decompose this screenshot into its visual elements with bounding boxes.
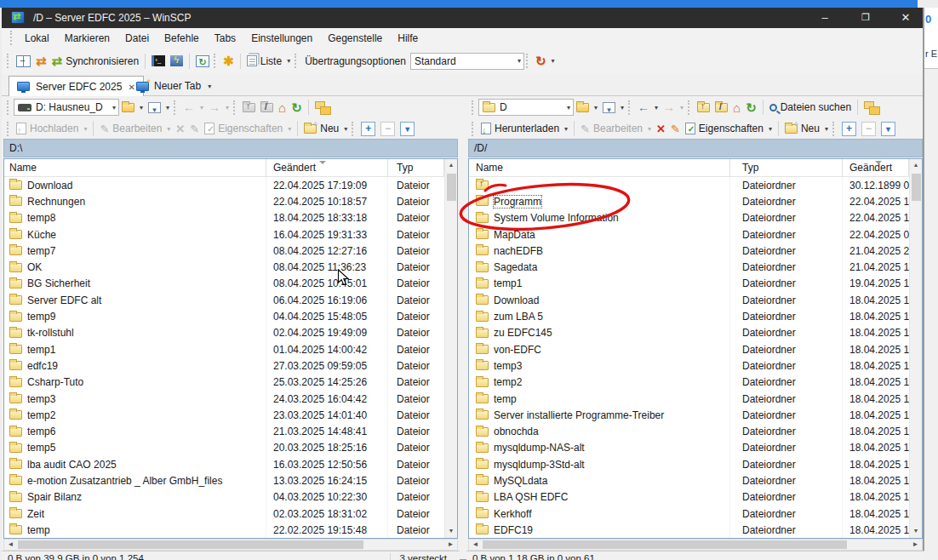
file-row[interactable]: Programm Dateiordner 22.04.2025 17: bbox=[469, 193, 909, 209]
local-back-button[interactable]: ← bbox=[180, 99, 206, 117]
maximize-button[interactable]: ❐ bbox=[846, 8, 885, 28]
scrollbar-thumb[interactable] bbox=[447, 174, 456, 201]
local-properties-button[interactable]: Eigenschaften bbox=[202, 120, 294, 138]
remote-path-bar[interactable]: /D/ bbox=[468, 139, 923, 157]
local-selection-filter-button[interactable] bbox=[398, 120, 417, 138]
column-header-modified[interactable]: Geändert bbox=[266, 159, 388, 176]
transfer-preset-combo[interactable]: Standard bbox=[410, 53, 524, 70]
file-row[interactable]: mysqldump-3Std-alt Dateiordner 18.04.202… bbox=[469, 456, 909, 472]
remote-tree-button[interactable] bbox=[861, 99, 882, 117]
remote-delete-button[interactable]: ✕ bbox=[654, 120, 668, 138]
file-row[interactable]: temp6 21.03.2025 14:48:41 Dateior bbox=[4, 423, 444, 439]
remote-vertical-scrollbar[interactable]: ▲ ▼ bbox=[909, 159, 922, 538]
file-row[interactable]: Dateiordner 30.12.1899 00: bbox=[469, 177, 909, 193]
remote-refresh-button[interactable] bbox=[743, 99, 759, 117]
scrollbar-thumb[interactable] bbox=[912, 174, 921, 201]
remote-parent-directory-button[interactable] bbox=[695, 99, 712, 117]
local-filter-button[interactable] bbox=[146, 99, 172, 117]
transfer-settings-button[interactable] bbox=[533, 52, 558, 70]
upload-button[interactable]: Hochladen bbox=[14, 120, 89, 138]
file-row[interactable]: BG Sicherheit 08.04.2025 10:45:01 Dateio… bbox=[4, 276, 444, 292]
local-unselect-button[interactable]: − bbox=[378, 120, 398, 138]
preferences-button[interactable] bbox=[220, 52, 237, 70]
local-refresh-button[interactable] bbox=[289, 99, 305, 117]
file-row[interactable]: temp8 18.04.2025 18:33:18 Dateior bbox=[4, 210, 444, 226]
remote-properties-button[interactable]: Eigenschaften bbox=[683, 120, 775, 138]
remote-root-directory-button[interactable] bbox=[712, 99, 730, 117]
file-row[interactable]: Download Dateiordner 18.04.2025 12: bbox=[469, 292, 909, 308]
scroll-down-icon[interactable]: ▼ bbox=[910, 525, 922, 538]
file-row[interactable]: zum LBA 5 Dateiordner 18.04.2025 11: bbox=[469, 308, 909, 324]
minimize-button[interactable]: – bbox=[805, 8, 844, 28]
local-drive-combo[interactable]: D: Hausneu_D bbox=[14, 99, 119, 116]
remote-rename-button[interactable] bbox=[668, 120, 683, 138]
file-row[interactable]: System Volume Information Dateiordner 22… bbox=[469, 210, 909, 226]
file-row[interactable]: nachEDFB Dateiordner 21.04.2025 23: bbox=[469, 243, 909, 259]
local-tree-button[interactable] bbox=[312, 99, 333, 117]
remote-selection-filter-button[interactable] bbox=[878, 120, 898, 138]
local-path-bar[interactable]: D:\ bbox=[3, 139, 458, 157]
title-bar[interactable]: /D – Server EDFC 2025 – WinSCP – ❐ ✕ bbox=[2, 8, 923, 28]
scroll-up-icon[interactable]: ▲ bbox=[910, 159, 922, 172]
file-row[interactable]: temp7 08.04.2025 12:27:16 Dateior bbox=[4, 243, 444, 259]
scroll-up-icon[interactable]: ▲ bbox=[445, 159, 457, 172]
file-row[interactable]: OK 08.04.2025 11:36:23 Dateior bbox=[4, 259, 444, 275]
scrollbar-thumb[interactable] bbox=[18, 540, 363, 549]
console-button[interactable] bbox=[149, 52, 168, 70]
column-header-name[interactable]: Name bbox=[4, 159, 266, 176]
view-liste-button[interactable]: Liste bbox=[244, 52, 293, 70]
remote-filter-button[interactable] bbox=[600, 99, 626, 117]
file-row[interactable]: edfc19 27.03.2025 09:59:05 Dateior bbox=[4, 357, 444, 374]
remote-home-button[interactable] bbox=[730, 99, 743, 117]
local-vertical-scrollbar[interactable]: ▲ ▼ bbox=[444, 159, 457, 538]
find-files-button[interactable]: Dateien suchen bbox=[767, 99, 854, 117]
remote-forward-button[interactable]: → bbox=[661, 99, 686, 117]
local-home-button[interactable] bbox=[276, 99, 289, 117]
file-row[interactable]: temp2 Dateiordner 18.04.2025 11: bbox=[469, 374, 909, 391]
local-delete-button[interactable]: ✕ bbox=[173, 120, 187, 138]
scrollbar-thumb[interactable] bbox=[483, 540, 847, 549]
tab-server-edfc-2025[interactable]: Server EDFC 2025 bbox=[9, 76, 144, 96]
synchronize-button[interactable]: Synchronisieren bbox=[49, 52, 142, 70]
menu-markieren[interactable]: Markieren bbox=[57, 29, 117, 48]
file-row[interactable]: temp 22.02.2025 19:15:48 Dateior bbox=[4, 522, 444, 538]
local-parent-directory-button[interactable] bbox=[240, 99, 258, 117]
local-rename-button[interactable] bbox=[187, 120, 202, 138]
file-row[interactable]: Csharp-Tuto 25.03.2025 14:25:26 Dateior bbox=[4, 374, 444, 391]
menu-lokal[interactable]: Lokal bbox=[17, 29, 57, 48]
file-row[interactable]: Spair Bilanz 04.03.2025 10:22:30 Dateior bbox=[4, 489, 444, 506]
file-row[interactable]: EDFC19 Dateiordner 18.04.2025 11: bbox=[469, 522, 909, 538]
local-forward-button[interactable]: → bbox=[206, 99, 232, 117]
file-row[interactable]: mysqldump-NAS-alt Dateiordner 18.04.2025… bbox=[469, 440, 909, 456]
new-tab-button[interactable]: Neuer Tab bbox=[131, 77, 216, 95]
file-row[interactable]: MapData Dateiordner 22.04.2025 01: bbox=[469, 226, 909, 243]
remote-open-directory-button[interactable] bbox=[574, 99, 600, 117]
file-row[interactable]: temp Dateiordner 18.04.2025 11: bbox=[469, 391, 909, 407]
menu-hilfe[interactable]: Hilfe bbox=[390, 29, 426, 48]
remote-back-button[interactable]: ← bbox=[635, 99, 661, 117]
file-row[interactable]: Sagedata Dateiordner 21.04.2025 11: bbox=[469, 259, 909, 275]
scroll-left-icon[interactable]: ◄ bbox=[469, 540, 482, 550]
file-row[interactable]: temp3 Dateiordner 18.04.2025 11: bbox=[469, 357, 909, 374]
scroll-down-icon[interactable]: ▼ bbox=[445, 525, 457, 538]
remote-directory-combo[interactable]: D bbox=[478, 99, 574, 116]
file-row[interactable]: Küche 16.04.2025 19:31:33 Dateior bbox=[4, 226, 444, 243]
menu-tabs[interactable]: Tabs bbox=[207, 29, 243, 48]
split-panes-button[interactable] bbox=[14, 52, 33, 70]
file-row[interactable]: Server EDFC alt 06.04.2025 16:19:06 Date… bbox=[4, 292, 444, 308]
remote-edit-button[interactable]: Bearbeiten bbox=[578, 120, 654, 138]
file-row[interactable]: tk-rollstuhl 02.04.2025 19:49:09 Dateior bbox=[4, 325, 444, 341]
menu-einstellungen[interactable]: Einstellungen bbox=[243, 29, 320, 48]
menu-datei[interactable]: Datei bbox=[117, 29, 157, 48]
remote-select-button[interactable]: + bbox=[839, 120, 859, 138]
column-header-modified[interactable]: Geändert bbox=[843, 159, 909, 176]
remote-horizontal-scrollbar[interactable]: ◄ ► bbox=[468, 539, 923, 551]
local-new-button[interactable]: Neu bbox=[301, 120, 350, 138]
menu-befehle[interactable]: Befehle bbox=[157, 29, 207, 48]
local-edit-button[interactable]: Bearbeiten bbox=[97, 120, 173, 138]
sync-browsing-button[interactable] bbox=[33, 52, 49, 70]
file-row[interactable]: temp2 23.03.2025 14:01:40 Dateior bbox=[4, 407, 444, 423]
file-row[interactable]: lba audit CAO 2025 16.03.2025 12:50:56 D… bbox=[4, 456, 444, 472]
file-row[interactable]: von-EDFC Dateiordner 18.04.2025 11: bbox=[469, 341, 909, 357]
remote-unselect-button[interactable]: − bbox=[859, 120, 878, 138]
